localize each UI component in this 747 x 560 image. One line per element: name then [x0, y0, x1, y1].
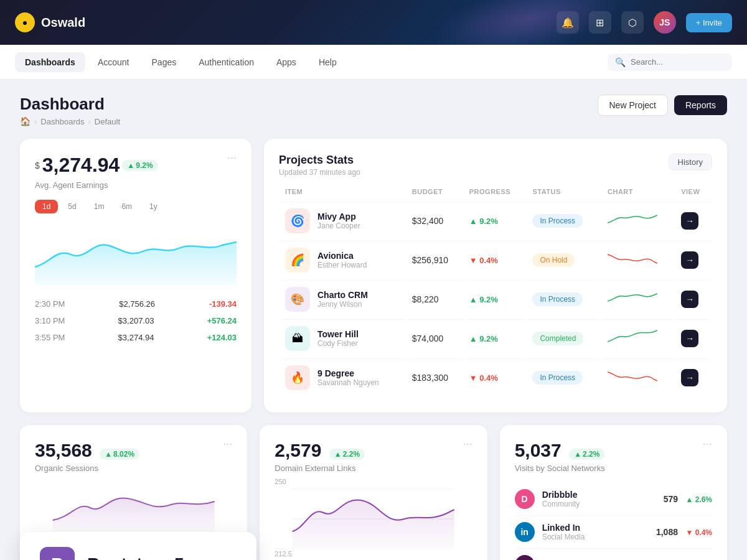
project-view-4[interactable]: →: [676, 358, 711, 396]
earnings-badge: ▲ 9.2%: [122, 160, 157, 171]
time-filter-1y[interactable]: 1y: [142, 200, 165, 213]
project-view-btn-4[interactable]: →: [681, 369, 698, 386]
domain-more-button[interactable]: ···: [463, 437, 472, 450]
nav-item-apps[interactable]: Apps: [266, 52, 306, 72]
reports-button[interactable]: Reports: [674, 95, 727, 115]
nav-item-help[interactable]: Help: [309, 52, 347, 72]
organic-sessions-value: 35,568: [35, 440, 92, 460]
project-status-3: Completed: [527, 319, 601, 357]
earnings-subtitle: Avg. Agent Earnings: [35, 180, 237, 190]
nav-item-pages[interactable]: Pages: [142, 52, 187, 72]
project-chart-1: [603, 241, 675, 279]
search-input[interactable]: [631, 57, 725, 67]
project-person-4: Savannah Nguyen: [317, 378, 379, 387]
projects-title: Projects Stats: [279, 154, 360, 167]
social-icon-1: in: [515, 522, 535, 542]
project-thumb-1: 🌈: [285, 248, 310, 273]
social-row: D Dribbble Community 579 ▲ 2.6%: [515, 483, 712, 516]
project-item-cell-3: 🏔 Tower Hill Cody Fisher: [280, 319, 406, 357]
organic-sessions-header: 35,568 ▲ 8.02%: [35, 440, 232, 461]
project-thumb-2: 🎨: [285, 287, 310, 312]
earnings-row-2: 3:10 PM $3,207.03 +576.24: [35, 312, 237, 329]
project-item-cell-1: 🌈 Avionica Esther Howard: [280, 241, 406, 279]
project-view-1[interactable]: →: [676, 241, 711, 279]
project-view-2[interactable]: →: [676, 280, 711, 318]
social-networks-badge: ▲ 2.2%: [569, 449, 604, 460]
time-filter-6m[interactable]: 6m: [114, 200, 139, 213]
nav-item-authentication[interactable]: Authentication: [189, 52, 264, 72]
page-content: Dashboard 🏠 › Dashboards › Default New P…: [0, 80, 747, 560]
social-count-1: 1,088: [656, 527, 678, 537]
earnings-rows: 2:30 PM $2,756.26 -139.34 3:10 PM $3,207…: [35, 296, 237, 346]
social-more-button[interactable]: ···: [703, 437, 712, 450]
table-row: 🌈 Avionica Esther Howard $256,910 ▼ 0.4%…: [280, 241, 711, 279]
share-icon[interactable]: ⬡: [621, 11, 644, 34]
social-row: in Linked In Social Media 1,088 ▼ 0.4%: [515, 516, 712, 549]
project-name-2: Charto CRM: [317, 290, 368, 300]
col-budget: BUDGET: [407, 183, 463, 200]
project-view-0[interactable]: →: [676, 202, 711, 240]
project-status-1: On Hold: [527, 241, 601, 279]
social-rows: D Dribbble Community 579 ▲ 2.6% in Linke…: [515, 483, 712, 560]
organic-more-button[interactable]: ···: [223, 437, 232, 450]
time-filter-1m[interactable]: 1m: [87, 200, 112, 213]
project-progress-1: ▼ 0.4%: [464, 241, 527, 279]
organic-sessions-chart: [35, 483, 232, 533]
earnings-time-2: 3:10 PM: [35, 316, 65, 325]
new-project-button[interactable]: New Project: [598, 95, 668, 116]
project-item-cell-4: 🔥 9 Degree Savannah Nguyen: [280, 358, 406, 396]
earnings-time-3: 3:55 PM: [35, 333, 65, 342]
project-progress-0: ▲ 9.2%: [464, 202, 527, 240]
social-networks-label: Visits by Social Networks: [515, 464, 712, 473]
history-button[interactable]: History: [669, 154, 712, 170]
social-info-1: in Linked In Social Media: [515, 522, 585, 542]
project-thumb-0: 🌀: [285, 208, 310, 233]
project-chart-0: [603, 202, 675, 240]
social-count-0: 579: [664, 494, 678, 504]
project-budget-1: $256,910: [407, 241, 463, 279]
nav-item-dashboards[interactable]: Dashboards: [15, 52, 85, 72]
domain-links-chart: 250 212.5: [275, 478, 472, 553]
project-progress-2: ▲ 9.2%: [464, 280, 527, 318]
invite-button[interactable]: + Invite: [686, 13, 732, 32]
breadcrumb-default[interactable]: Default: [95, 117, 120, 126]
social-info-2: S Slack: [515, 555, 565, 560]
nav-item-account[interactable]: Account: [88, 52, 139, 72]
earnings-amount-1: $2,756.26: [119, 299, 155, 309]
breadcrumb-dashboards[interactable]: Dashboards: [40, 117, 84, 126]
project-status-4: In Process: [527, 358, 601, 396]
project-name-4: 9 Degree: [317, 368, 379, 378]
project-person-0: Jane Cooper: [317, 222, 360, 230]
col-status: STATUS: [527, 183, 601, 200]
header-right: 🔔 ⊞ ⬡ JS + Invite: [557, 11, 732, 34]
project-view-btn-0[interactable]: →: [681, 212, 698, 230]
social-icon-0: D: [515, 489, 535, 509]
social-row: S Slack 794 ▲ 0.2%: [515, 549, 712, 560]
logo-icon: ●: [15, 12, 35, 32]
col-chart: CHART: [603, 183, 675, 200]
project-view-btn-1[interactable]: →: [681, 251, 698, 269]
earnings-value: 3,274.94: [42, 154, 120, 177]
top-header: ● Oswald 🔔 ⊞ ⬡ JS + Invite: [0, 0, 747, 45]
avatar[interactable]: JS: [654, 11, 676, 34]
earnings-amount-3: $3,274.94: [118, 333, 154, 342]
earnings-more-button[interactable]: ···: [227, 151, 237, 164]
time-filter-5d[interactable]: 5d: [60, 200, 83, 213]
time-filter-1d[interactable]: 1d: [35, 200, 58, 213]
project-progress-3: ▲ 9.2%: [464, 319, 527, 357]
project-status-2: In Process: [527, 280, 601, 318]
project-view-btn-2[interactable]: →: [681, 291, 698, 308]
earnings-label: $ 3,274.94 ▲ 9.2%: [35, 154, 227, 177]
project-thumb-4: 🔥: [285, 365, 310, 390]
notification-icon[interactable]: 🔔: [557, 11, 579, 34]
earnings-time-1: 2:30 PM: [35, 299, 65, 309]
header-actions: New Project Reports: [598, 95, 728, 116]
earnings-row-1: 2:30 PM $2,756.26 -139.34: [35, 296, 237, 312]
project-view-3[interactable]: →: [676, 319, 711, 357]
project-view-btn-3[interactable]: →: [681, 330, 698, 347]
grid-icon[interactable]: ⊞: [589, 11, 611, 34]
project-thumb-3: 🏔: [285, 326, 310, 351]
domain-links-badge: ▲ 2.2%: [329, 449, 365, 460]
table-row: 🎨 Charto CRM Jenny Wilson $8,220 ▲ 9.2% …: [280, 280, 711, 318]
project-name-0: Mivy App: [317, 212, 360, 222]
